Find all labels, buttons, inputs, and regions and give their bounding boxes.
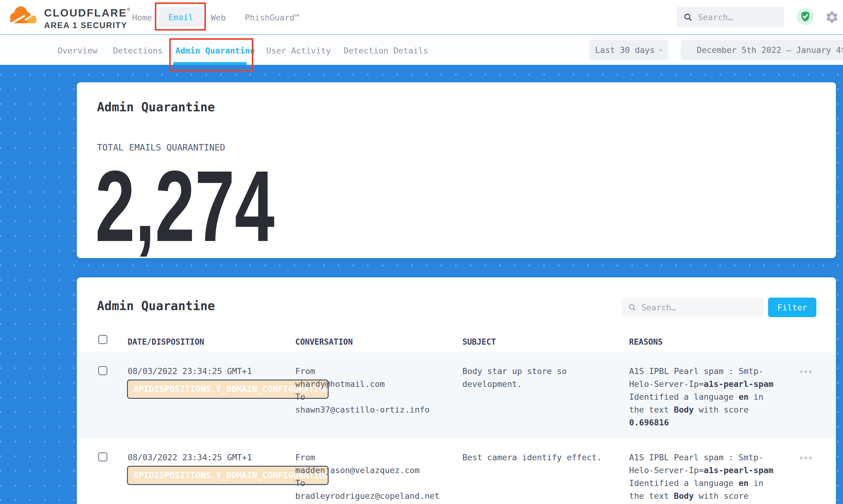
chevron-down-icon: ▾ bbox=[659, 47, 663, 53]
column-header-date-disposition: DATE/DISPOSITION bbox=[128, 337, 204, 346]
brand-subtitle: AREA 1 SECURITY bbox=[44, 21, 130, 30]
nav-item-home[interactable]: Home bbox=[132, 13, 152, 22]
row-date: 08/03/2022 23:34:25 GMT+1 bbox=[128, 451, 252, 464]
tab-detections[interactable]: Detections bbox=[113, 46, 163, 55]
table-card-title: Admin Quarantine bbox=[97, 299, 215, 313]
table-row: 08/03/2022 23:34:25 GMT+1 APIDISPOSITION… bbox=[77, 352, 836, 438]
row-reasons: A1S IPBL Pearl spam : Smtp-Helo-Server-I… bbox=[629, 451, 780, 504]
ellipsis-dot bbox=[800, 456, 803, 460]
from-address[interactable]: maddenjason@velazquez.com bbox=[295, 464, 457, 477]
email-subnav: Overview Detections Admin Quarantine Use… bbox=[0, 35, 843, 65]
column-header-conversation: CONVERSATION bbox=[295, 337, 353, 346]
row-subject: Best camera identify effect. bbox=[462, 451, 614, 464]
column-header-subject: SUBJECT bbox=[462, 337, 496, 346]
dashboard-canvas: Admin Quarantine TOTAL EMAILS QUARANTINE… bbox=[0, 65, 843, 504]
ellipsis-dot bbox=[805, 456, 807, 460]
date-range-control[interactable]: December 5th 2022 — January 4th 2023 bbox=[681, 40, 843, 60]
from-label: From bbox=[295, 365, 457, 378]
row-checkbox[interactable] bbox=[98, 452, 107, 462]
cloudflare-wordmark: CLOUDFLARE® AREA 1 SECURITY bbox=[44, 7, 130, 30]
search-icon bbox=[628, 303, 636, 312]
from-label: From bbox=[295, 451, 457, 464]
page: CLOUDFLARE® AREA 1 SECURITY Home Email W… bbox=[0, 0, 843, 504]
nav-item-phishguard[interactable]: PhishGuard™ bbox=[245, 13, 300, 22]
table-search-input[interactable] bbox=[642, 303, 745, 312]
row-date: 08/03/2022 23:34:25 GMT+1 bbox=[128, 365, 252, 378]
nav-item-email[interactable]: Email bbox=[159, 7, 203, 27]
global-search-input[interactable] bbox=[698, 13, 777, 22]
column-header-reasons: REASONS bbox=[629, 337, 663, 346]
row-actions-menu[interactable] bbox=[797, 368, 814, 376]
row-checkbox[interactable] bbox=[98, 366, 107, 375]
tab-detection-details[interactable]: Detection Details bbox=[344, 46, 428, 55]
nav-item-email-label: Email bbox=[168, 13, 193, 22]
global-search[interactable] bbox=[677, 7, 784, 28]
ellipsis-dot bbox=[809, 456, 812, 460]
table-search[interactable] bbox=[622, 298, 764, 317]
table-row: 08/03/2022 23:34:25 GMT+1 APIDISPOSITION… bbox=[77, 438, 836, 504]
gear-icon bbox=[825, 10, 839, 24]
to-address[interactable]: bradleyrodriguez@copeland.net bbox=[295, 490, 457, 502]
quarantine-table-card: Admin Quarantine Filter DATE/DISPOSITION… bbox=[77, 277, 836, 504]
brand-name: CLOUDFLARE bbox=[44, 7, 127, 19]
to-address[interactable]: shawn37@castillo-ortiz.info bbox=[295, 403, 457, 416]
shield-check-icon bbox=[800, 11, 811, 22]
period-dropdown-label: Last 30 days bbox=[595, 45, 655, 55]
nav-item-web[interactable]: Web bbox=[211, 13, 226, 22]
search-icon bbox=[683, 13, 692, 22]
row-conversation: From whardy@hotmail.com To shawn37@casti… bbox=[295, 365, 457, 416]
active-tab-underline bbox=[173, 62, 247, 65]
tab-user-activity[interactable]: User Activity bbox=[266, 46, 331, 55]
from-address[interactable]: whardy@hotmail.com bbox=[295, 378, 457, 391]
to-label: To bbox=[295, 477, 457, 490]
brand-registered-mark: ® bbox=[127, 7, 130, 12]
ellipsis-dot bbox=[800, 370, 803, 373]
tab-admin-quarantine[interactable]: Admin Quarantine bbox=[175, 46, 255, 55]
protection-status-badge[interactable] bbox=[797, 8, 814, 25]
total-quarantined-value: 2,274 bbox=[95, 156, 275, 257]
summary-card: Admin Quarantine TOTAL EMAILS QUARANTINE… bbox=[77, 82, 836, 258]
top-header: CLOUDFLARE® AREA 1 SECURITY Home Email W… bbox=[0, 0, 843, 35]
ellipsis-dot bbox=[805, 370, 807, 373]
settings-button[interactable] bbox=[825, 10, 839, 24]
ellipsis-dot bbox=[809, 370, 812, 373]
row-actions-menu[interactable] bbox=[797, 454, 814, 462]
row-conversation: From maddenjason@velazquez.com To bradle… bbox=[295, 451, 457, 502]
row-subject: Body star up store so development. bbox=[462, 365, 614, 391]
cloudflare-cloud-icon bbox=[8, 4, 37, 26]
select-all-checkbox[interactable] bbox=[98, 335, 107, 344]
row-reasons: A1S IPBL Pearl spam : Smtp-Helo-Server-I… bbox=[629, 365, 780, 429]
tab-overview[interactable]: Overview bbox=[57, 46, 97, 55]
summary-card-title: Admin Quarantine bbox=[97, 100, 215, 114]
filter-button[interactable]: Filter bbox=[768, 298, 816, 317]
date-range-label: December 5th 2022 — January 4th 2023 bbox=[697, 45, 843, 55]
to-label: To bbox=[295, 391, 457, 403]
cloudflare-logo[interactable]: CLOUDFLARE® AREA 1 SECURITY bbox=[8, 4, 124, 31]
period-dropdown[interactable]: Last 30 days ▾ bbox=[590, 40, 668, 60]
